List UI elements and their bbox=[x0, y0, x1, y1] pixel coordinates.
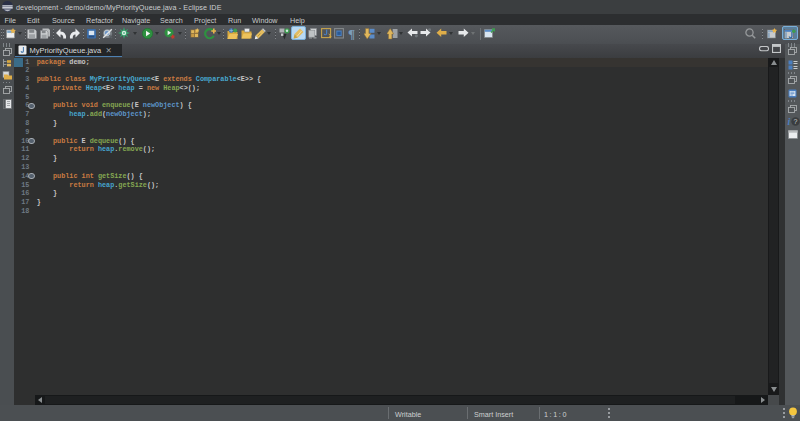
svg-text:?: ? bbox=[793, 117, 797, 124]
